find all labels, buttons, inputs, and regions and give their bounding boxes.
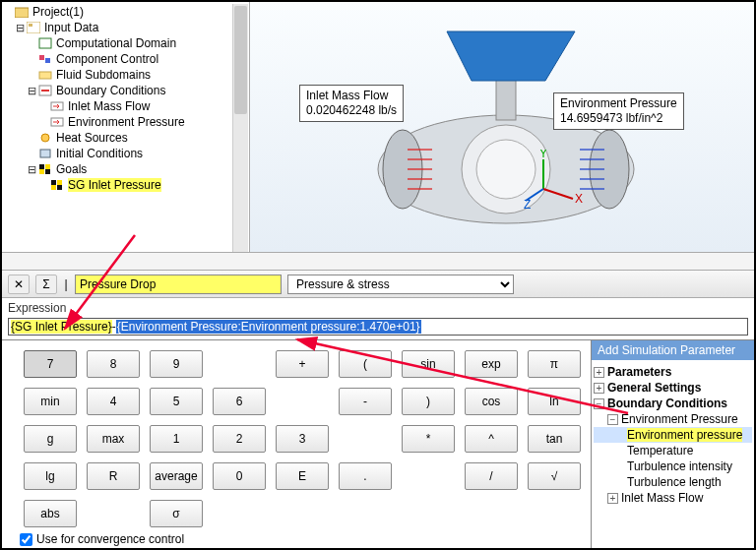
fluid-icon [37, 68, 53, 82]
expand-icon[interactable]: + [607, 493, 618, 504]
calc-btn-average[interactable]: average [150, 462, 203, 490]
collapse-icon[interactable]: − [607, 414, 618, 425]
calc-btn-9[interactable]: 9 [150, 350, 203, 378]
dimensionality-select[interactable]: Pressure & stress [287, 275, 514, 294]
calc-btn-[interactable]: ) [402, 388, 455, 415]
expand-icon[interactable]: + [594, 367, 604, 378]
model-viewport[interactable]: YXZ Inlet Mass Flow 0.020462248 lb/s Env… [250, 2, 754, 253]
svg-rect-2 [29, 24, 32, 27]
calc-btn-[interactable]: ^ [465, 425, 518, 453]
calc-btn-[interactable]: ( [339, 350, 392, 378]
side-env-pressure[interactable]: Environment pressure [594, 427, 752, 443]
side-parameters[interactable]: +Parameters [594, 364, 752, 380]
calc-btn-1[interactable]: 1 [150, 425, 203, 453]
expand-icon[interactable]: + [594, 383, 604, 394]
tree-boundary[interactable]: ⊟Boundary Conditions [2, 83, 249, 98]
tree-heat[interactable]: Heat Sources [2, 130, 249, 146]
collapse-icon[interactable]: − [594, 398, 604, 409]
tree-fluid-sub[interactable]: Fluid Subdomains [2, 67, 249, 83]
calc-btn-[interactable]: + [276, 350, 329, 378]
tree-input-data[interactable]: ⊟Input Data [2, 20, 249, 35]
svg-text:Y: Y [539, 150, 547, 160]
calc-btn-[interactable]: √ [528, 462, 581, 490]
goals-icon [37, 162, 53, 176]
callout-title: Environment Pressure [560, 96, 677, 111]
calc-btn-abs[interactable]: abs [24, 500, 77, 527]
svg-marker-27 [447, 31, 575, 81]
callout-env: Environment Pressure 14.6959473 lbf/in^2 [553, 92, 684, 130]
calc-btn-[interactable]: π [528, 350, 581, 378]
calc-btn-3[interactable]: 3 [276, 425, 329, 453]
calc-btn-0[interactable]: 0 [213, 462, 266, 490]
calc-btn-e[interactable]: E [276, 462, 329, 490]
tree-root[interactable]: Project(1) [2, 4, 249, 20]
calc-btn-sin[interactable]: sin [402, 350, 455, 378]
parameter-panel: Add Simulation Parameter +Parameters +Ge… [591, 340, 754, 550]
calc-btn-[interactable]: / [465, 462, 518, 490]
parameter-panel-title: Add Simulation Parameter [592, 340, 754, 360]
svg-text:X: X [575, 192, 583, 206]
svg-rect-16 [45, 169, 50, 174]
tree-comp-domain[interactable]: Computational Domain [2, 35, 249, 51]
side-temperature[interactable]: Temperature [594, 443, 752, 458]
boundary-icon [37, 84, 53, 97]
calc-btn-max[interactable]: max [87, 425, 140, 453]
calc-btn-[interactable]: * [402, 425, 455, 453]
calculator-pad: 789+(sinexpπmin456-)coslngmax123*^tanlgR… [2, 340, 591, 550]
tree-label: Heat Sources [56, 131, 128, 145]
calc-btn-lg[interactable]: lg [24, 462, 77, 490]
calc-btn-[interactable]: - [339, 388, 392, 415]
equation-toolbar: ✕ Σ | Pressure & stress [2, 271, 754, 298]
calc-btn-min[interactable]: min [24, 388, 77, 415]
calc-btn-r[interactable]: R [87, 462, 140, 490]
tree-env-pressure[interactable]: Environment Pressure [2, 114, 249, 130]
calc-btn-2[interactable]: 2 [213, 425, 266, 453]
tree-sg-inlet[interactable]: SG Inlet Pressure [2, 177, 249, 193]
tree-label: Fluid Subdomains [56, 68, 151, 82]
side-general[interactable]: +General Settings [594, 380, 752, 396]
calc-btn-7[interactable]: 7 [24, 350, 77, 378]
expr-token-param: {Environment Pressure:Environment pressu… [116, 320, 421, 334]
callout-inlet: Inlet Mass Flow 0.020462248 lb/s [299, 85, 404, 122]
calc-btn-4[interactable]: 4 [87, 388, 140, 415]
collapse-icon[interactable]: ⊟ [14, 22, 26, 34]
calc-btn-cos[interactable]: cos [465, 388, 518, 415]
callout-title: Inlet Mass Flow [306, 89, 397, 103]
calc-btn-g[interactable]: g [24, 425, 77, 453]
calc-btn-6[interactable]: 6 [213, 388, 266, 415]
tree-label: SG Inlet Pressure [68, 178, 161, 192]
side-turb-intensity[interactable]: Turbulence intensity [594, 458, 752, 474]
toolbar-x-icon[interactable]: ✕ [8, 275, 30, 294]
tree-comp-control[interactable]: Component Control [2, 51, 249, 67]
expression-input[interactable]: {SG Inlet Pressure}-{Environment Pressur… [8, 318, 748, 336]
tree-inlet-mass[interactable]: Inlet Mass Flow [2, 98, 249, 114]
calc-btn-[interactable]: σ [150, 500, 203, 527]
calc-btn-8[interactable]: 8 [87, 350, 140, 378]
collapse-icon[interactable]: ⊟ [26, 85, 37, 97]
toolbar-sigma-icon[interactable]: Σ [35, 275, 57, 294]
component-icon [37, 52, 53, 66]
convergence-checkbox[interactable] [20, 533, 32, 546]
svg-rect-13 [39, 164, 44, 169]
tree-scrollbar[interactable] [232, 4, 248, 252]
domain-icon [37, 36, 53, 50]
project-icon [14, 5, 30, 19]
tree-initial[interactable]: Initial Conditions [2, 146, 249, 161]
tree-goals[interactable]: ⊟Goals [2, 161, 249, 177]
svg-rect-0 [15, 8, 29, 18]
collapse-icon[interactable]: ⊟ [26, 163, 37, 176]
tree-label: Goals [56, 162, 87, 176]
calc-btn-ln[interactable]: ln [528, 388, 581, 415]
side-env-pressure-group[interactable]: −Environment Pressure [594, 411, 752, 427]
calc-btn-5[interactable]: 5 [150, 388, 203, 415]
goal-name-input[interactable] [75, 275, 282, 294]
calc-btn-tan[interactable]: tan [528, 425, 581, 453]
expr-token-goal: {SG Inlet Pressure} [11, 320, 112, 334]
input-icon [26, 21, 41, 34]
side-boundary[interactable]: −Boundary Conditions [594, 396, 752, 411]
side-turb-length[interactable]: Turbulence length [594, 474, 752, 490]
heat-icon [37, 131, 53, 145]
side-inlet-mass[interactable]: +Inlet Mass Flow [594, 490, 752, 506]
calc-btn-[interactable]: . [339, 462, 392, 490]
calc-btn-exp[interactable]: exp [465, 350, 518, 378]
